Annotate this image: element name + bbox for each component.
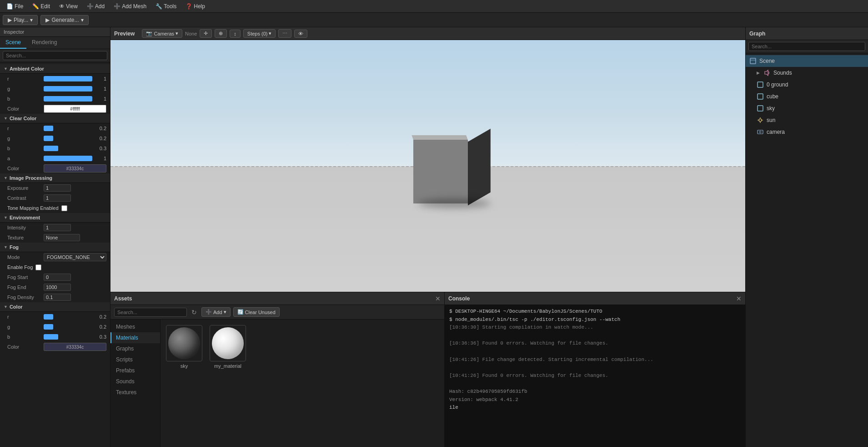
ambient-b-slider[interactable] [44, 96, 92, 102]
graph-item-sun[interactable]: sun [746, 114, 868, 126]
sidebar-item-materials[interactable]: Materials [110, 332, 160, 343]
menu-tools[interactable]: 🔧 Tools [152, 2, 180, 10]
intensity-input[interactable] [44, 224, 71, 231]
console-line-8: [10:41:26] Found 0 errors. Watching for … [449, 372, 741, 380]
menu-help[interactable]: ❓ Help [182, 2, 209, 10]
clear-color-swatch[interactable]: #33334c [44, 164, 106, 173]
contrast-input[interactable] [44, 194, 71, 202]
texture-input[interactable] [44, 234, 80, 241]
cube-front [413, 140, 468, 203]
assets-close-button[interactable]: ✕ [435, 295, 441, 302]
color-b-slider[interactable] [44, 334, 92, 340]
assets-refresh-button[interactable]: ↻ [190, 308, 199, 317]
material-sphere-sky [168, 327, 200, 359]
cameras-button[interactable]: 📷 Cameras ▾ [142, 29, 182, 38]
environment-section-header[interactable]: ▼ Environment [0, 213, 110, 223]
image-processing-arrow: ▼ [4, 176, 8, 180]
color-r-slider[interactable] [44, 314, 92, 320]
graph-items: Scene ▶ Sounds [746, 53, 868, 447]
ambient-color-swatch[interactable]: #ffffff [44, 105, 106, 113]
add-icon: ➕ [87, 3, 94, 10]
fog-end-input[interactable] [44, 284, 71, 291]
sidebar-item-graphs[interactable]: Graphs [110, 343, 160, 354]
graph-item-sounds[interactable]: ▶ Sounds [746, 67, 868, 79]
color-g-slider[interactable] [44, 324, 92, 330]
svg-rect-5 [758, 106, 763, 111]
clear-color-arrow: ▼ [4, 116, 8, 121]
clear-color-row: Color #33334c [0, 163, 110, 173]
sidebar-item-sounds[interactable]: Sounds [110, 376, 160, 387]
tab-scene[interactable]: Scene [0, 37, 26, 49]
steps-button[interactable]: Steps (0) ▾ [243, 29, 276, 38]
color-hex-swatch[interactable]: #33334c [44, 343, 106, 351]
assets-clear-unused-button[interactable]: 🔄 Clear Unused [233, 307, 280, 317]
sidebar-item-prefabs[interactable]: Prefabs [110, 365, 160, 376]
scene-cube [413, 135, 486, 203]
generate-button[interactable]: ▶ Generate... ▾ [40, 15, 88, 25]
clear-a-slider[interactable] [44, 156, 92, 161]
play-button[interactable]: ▶ Play... ▾ [3, 15, 38, 25]
preview-viewport[interactable] [110, 40, 745, 292]
menu-view[interactable]: 👁 View [55, 2, 81, 10]
material-item-sky[interactable]: sky [166, 325, 202, 369]
assets-add-button[interactable]: ➕ Add ▾ [201, 307, 231, 317]
ambient-g-slider[interactable] [44, 86, 92, 91]
menu-edit[interactable]: ✏️ Edit [29, 2, 54, 10]
material-item-my-material[interactable]: my_material [210, 325, 246, 369]
graph-search-input[interactable] [748, 42, 865, 51]
clear-g-row: g 0.2 [0, 133, 110, 143]
sidebar-item-scripts[interactable]: Scripts [110, 354, 160, 365]
color-hex-label: Color [7, 344, 44, 350]
sidebar-item-meshes[interactable]: Meshes [110, 321, 160, 332]
ambient-r-slider[interactable] [44, 76, 92, 81]
svg-rect-3 [758, 82, 763, 87]
tab-rendering[interactable]: Rendering [26, 37, 62, 49]
fog-density-input[interactable] [44, 294, 71, 301]
menu-add[interactable]: ➕ Add [83, 2, 108, 10]
bottom-split: Assets ✕ ↻ ➕ Add ▾ 🔄 Clear Unused [110, 292, 745, 447]
graph-item-scene[interactable]: Scene [746, 55, 868, 67]
more-options-btn[interactable]: ⋯ [278, 29, 291, 38]
color-section-header[interactable]: ▼ Color [0, 302, 110, 312]
sounds-expand-icon: ▶ [757, 71, 760, 75]
move-icon-btn[interactable]: ✛ [200, 29, 212, 38]
graph-item-ground[interactable]: 0 ground [746, 79, 868, 91]
fog-section-header[interactable]: ▼ Fog [0, 243, 110, 252]
sidebar-item-textures[interactable]: Textures [110, 387, 160, 398]
graph-item-camera[interactable]: camera [746, 126, 868, 138]
svg-point-12 [759, 131, 761, 133]
clear-r-slider[interactable] [44, 126, 92, 131]
transform-icon-btn[interactable]: ⊕ [215, 29, 227, 38]
graph-item-sky[interactable]: sky [746, 102, 868, 114]
svg-rect-4 [758, 94, 763, 99]
menu-file[interactable]: 📄 File [3, 2, 27, 10]
clear-b-slider[interactable] [44, 146, 92, 151]
scale-icon-btn[interactable]: ↕ [230, 30, 241, 38]
assets-search-input[interactable] [114, 308, 187, 317]
ambient-color-section-header[interactable]: ▼ Ambient Color [0, 64, 110, 74]
view-icon: 👁 [59, 3, 65, 10]
inspector-search-input[interactable] [3, 51, 107, 60]
help-icon: ❓ [186, 3, 192, 10]
ambient-color-label: Color [7, 106, 44, 112]
clear-r-row: r 0.2 [0, 123, 110, 133]
console-close-button[interactable]: ✕ [736, 295, 742, 302]
preview-panel: Preview 📷 Cameras ▾ None ✛ ⊕ ↕ Steps (0)… [110, 27, 745, 292]
clear-g-slider[interactable] [44, 136, 92, 141]
tone-mapping-checkbox[interactable] [61, 205, 67, 211]
eye-btn[interactable]: 👁 [294, 30, 307, 38]
image-processing-section-header[interactable]: ▼ Image Processing [0, 173, 110, 183]
clear-color-section-header[interactable]: ▼ Clear Color [0, 114, 110, 123]
color-hex-row: Color #33334c [0, 342, 110, 352]
fog-density-row: Fog Density [0, 292, 110, 302]
ambient-g-row: g 1 [0, 84, 110, 94]
fog-start-input[interactable] [44, 274, 71, 281]
camera-icon: 📷 [146, 30, 152, 36]
console-line-5 [449, 348, 741, 356]
menu-add-mesh[interactable]: ➕ Add Mesh [110, 2, 150, 10]
exposure-input[interactable] [44, 184, 71, 192]
fog-mode-select[interactable]: FOGMODE_NONE [44, 253, 106, 261]
graph-item-cube[interactable]: cube [746, 91, 868, 102]
enable-fog-checkbox[interactable] [35, 264, 41, 270]
assets-content: sky my_material [161, 320, 444, 447]
